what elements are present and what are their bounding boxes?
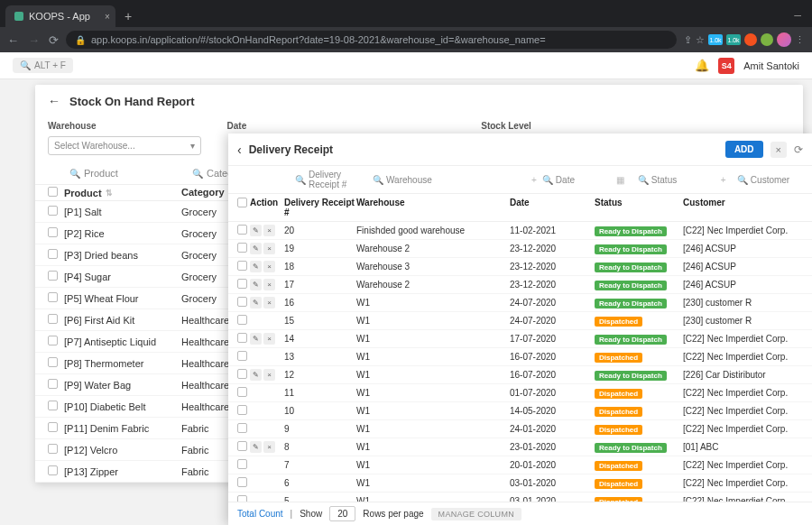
window-minimize-icon[interactable]: – xyxy=(794,7,801,22)
back-arrow-icon[interactable]: ← xyxy=(48,94,60,108)
sort-icon[interactable]: ⇅ xyxy=(106,189,113,198)
extension-icon[interactable] xyxy=(744,33,757,46)
delete-icon[interactable]: × xyxy=(263,333,275,345)
delivery-table-row[interactable]: 9W124-01-2020Dispatched[C22] Nec Imperdi… xyxy=(228,420,812,438)
edit-icon[interactable]: ✎ xyxy=(250,297,262,309)
row-checkbox[interactable] xyxy=(48,357,58,367)
row-checkbox[interactable] xyxy=(48,227,58,237)
row-checkbox[interactable] xyxy=(237,333,247,343)
global-search[interactable]: 🔍 ALT + F xyxy=(13,58,73,73)
edit-icon[interactable]: ✎ xyxy=(250,441,262,453)
row-checkbox[interactable] xyxy=(237,351,247,361)
row-checkbox[interactable] xyxy=(237,225,247,235)
edit-icon[interactable]: ✎ xyxy=(250,225,262,236)
row-checkbox[interactable] xyxy=(48,249,58,259)
address-bar[interactable]: 🔒 app.koops.in/application/#/stockOnHand… xyxy=(66,31,677,49)
row-checkbox[interactable] xyxy=(48,336,58,345)
delivery-table-row[interactable]: ✎×17Warehouse 223-12-2020Ready to Dispat… xyxy=(228,276,812,294)
calendar-icon[interactable]: ▦ xyxy=(616,175,632,185)
delivery-table-row[interactable]: ✎×14W117-07-2020Ready to Dispatch[C22] N… xyxy=(228,330,812,348)
user-avatar-badge[interactable]: S4 xyxy=(718,58,734,74)
browser-tab[interactable]: KOOPS - App × xyxy=(5,5,115,27)
row-checkbox[interactable] xyxy=(48,271,58,281)
row-checkbox[interactable] xyxy=(48,292,58,302)
row-checkbox[interactable] xyxy=(237,477,247,487)
col-warehouse[interactable]: Warehouse xyxy=(356,198,510,217)
cust-filter[interactable]: Customer xyxy=(751,175,789,185)
edit-icon[interactable]: ✎ xyxy=(250,243,262,254)
warehouse-select[interactable]: Select Warehouse... ▾ xyxy=(48,136,201,155)
row-checkbox[interactable] xyxy=(237,387,247,397)
delivery-table-row[interactable]: 5W103-01-2020Dispatched[C22] Nec Imperdi… xyxy=(228,493,812,502)
status-filter[interactable]: Status xyxy=(651,175,677,185)
edit-icon[interactable]: ✎ xyxy=(250,333,262,345)
delivery-table-row[interactable]: ✎×12W116-07-2020Ready to Dispatch[226] C… xyxy=(228,366,812,384)
delete-icon[interactable]: × xyxy=(263,441,275,453)
row-checkbox[interactable] xyxy=(237,369,247,379)
profile-avatar-icon[interactable] xyxy=(777,32,791,47)
add-button[interactable]: ADD xyxy=(725,141,763,158)
panel-refresh-icon[interactable]: ⟳ xyxy=(794,143,803,156)
star-icon[interactable]: ☆ xyxy=(696,34,705,46)
select-all-checkbox[interactable] xyxy=(237,198,247,207)
delete-icon[interactable]: × xyxy=(263,261,275,272)
row-checkbox[interactable] xyxy=(237,495,247,502)
row-checkbox[interactable] xyxy=(237,423,247,433)
notifications-icon[interactable]: 🔔 xyxy=(695,59,709,72)
delete-icon[interactable]: × xyxy=(263,369,275,381)
delivery-table-row[interactable]: 7W120-01-2020Dispatched[C22] Nec Imperdi… xyxy=(228,456,812,474)
row-checkbox[interactable] xyxy=(48,314,58,324)
delivery-table-row[interactable]: ✎×8W123-01-2020Ready to Dispatch[01] ABC xyxy=(228,438,812,456)
dr-filter[interactable]: Delivery Receipt # xyxy=(309,170,367,189)
rows-per-page-select[interactable]: 20 xyxy=(329,506,355,521)
col-dr[interactable]: Delivery Receipt # xyxy=(284,198,356,217)
row-checkbox[interactable] xyxy=(48,422,58,432)
delete-icon[interactable]: × xyxy=(263,297,275,309)
row-checkbox[interactable] xyxy=(237,459,247,469)
col-status[interactable]: Status xyxy=(595,198,672,217)
row-checkbox[interactable] xyxy=(237,441,247,451)
delivery-table-row[interactable]: ✎×18Warehouse 323-12-2020Ready to Dispat… xyxy=(228,258,812,276)
browser-menu-icon[interactable]: ⋮ xyxy=(795,34,805,46)
close-tab-icon[interactable]: × xyxy=(105,12,110,22)
delivery-table-row[interactable]: ✎×16W124-07-2020Ready to Dispatch[230] c… xyxy=(228,294,812,312)
add-filter-icon[interactable]: + xyxy=(721,175,732,185)
user-name-label[interactable]: Amit Santoki xyxy=(743,60,799,71)
extension-icon[interactable]: 1.0k xyxy=(726,34,741,45)
extension-icon[interactable] xyxy=(761,33,773,46)
row-checkbox[interactable] xyxy=(237,315,247,325)
col-product[interactable]: Product xyxy=(64,188,102,198)
row-checkbox[interactable] xyxy=(237,243,247,253)
row-checkbox[interactable] xyxy=(48,465,58,475)
date-filter[interactable]: Date xyxy=(556,175,575,185)
add-filter-icon[interactable]: + xyxy=(531,175,537,185)
delivery-table-row[interactable]: ✎×20Finishded good warehouse11-02-2021Re… xyxy=(228,222,812,240)
row-checkbox[interactable] xyxy=(237,297,247,307)
delete-icon[interactable]: × xyxy=(263,279,275,290)
total-count-link[interactable]: Total Count xyxy=(237,509,283,519)
col-customer[interactable]: Customer xyxy=(683,198,803,217)
delivery-table-row[interactable]: ✎×19Warehouse 223-12-2020Ready to Dispat… xyxy=(228,240,812,258)
select-all-checkbox[interactable] xyxy=(48,187,58,197)
share-icon[interactable]: ⇪ xyxy=(684,34,692,46)
manage-column-button[interactable]: MANAGE COLUMN xyxy=(431,508,521,520)
delivery-table-row[interactable]: 6W103-01-2020Dispatched[C22] Nec Imperdi… xyxy=(228,474,812,493)
row-checkbox[interactable] xyxy=(48,401,58,410)
nav-reload-icon[interactable]: ⟳ xyxy=(49,33,59,47)
delete-icon[interactable]: × xyxy=(263,243,275,254)
edit-icon[interactable]: ✎ xyxy=(250,279,262,290)
product-filter[interactable]: Product xyxy=(84,168,118,179)
row-checkbox[interactable] xyxy=(237,261,247,271)
row-checkbox[interactable] xyxy=(237,405,247,415)
delete-icon[interactable]: × xyxy=(263,225,275,236)
delivery-table-row[interactable]: 11W101-07-2020Dispatched[C22] Nec Imperd… xyxy=(228,384,812,402)
row-checkbox[interactable] xyxy=(237,279,247,289)
nav-back-icon[interactable]: ← xyxy=(7,33,19,47)
panel-close-button[interactable]: × xyxy=(770,142,787,158)
new-tab-button[interactable]: + xyxy=(125,9,132,23)
delivery-table-row[interactable]: 13W116-07-2020Dispatched[C22] Nec Imperd… xyxy=(228,348,812,366)
delivery-table-row[interactable]: 10W114-05-2020Dispatched[C22] Nec Imperd… xyxy=(228,402,812,420)
col-date[interactable]: Date xyxy=(510,198,578,217)
panel-back-icon[interactable]: ‹ xyxy=(237,143,242,157)
wh-filter[interactable]: Warehouse xyxy=(386,175,432,185)
